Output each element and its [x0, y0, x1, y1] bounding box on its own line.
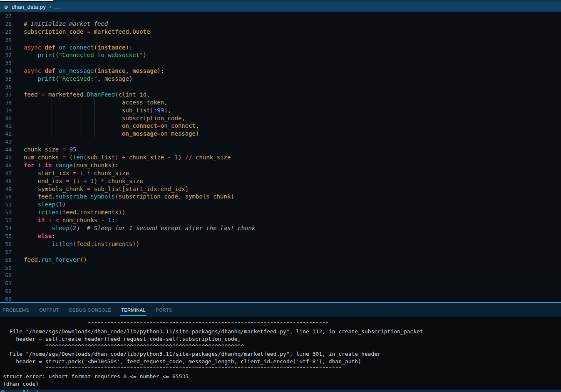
code-text[interactable]: subscription_code = marketfeed.Quote: [24, 28, 150, 35]
line-number[interactable]: 51: [0, 201, 12, 209]
line-number[interactable]: 61: [0, 280, 12, 288]
line-number[interactable]: 32: [0, 52, 12, 60]
line-number[interactable]: 27: [0, 12, 12, 20]
code-text[interactable]: feed.run_forever(): [24, 256, 87, 263]
code-line[interactable]: 32 print("Connected to websocket"): [0, 51, 561, 59]
panel-tab-ports[interactable]: PORTS: [156, 303, 172, 317]
panel-tab-debug-console[interactable]: DEBUG CONSOLE: [69, 303, 111, 317]
code-line[interactable]: 35 print("Received:", message): [0, 75, 561, 83]
code-line[interactable]: 34async def on_message(instance, message…: [0, 67, 561, 75]
line-number[interactable]: 44: [0, 146, 12, 154]
code-text[interactable]: print("Received:", message): [24, 75, 132, 82]
code-line[interactable]: 51 sleep(1): [0, 201, 561, 208]
code-text[interactable]: subscription_code,: [24, 115, 185, 122]
line-number[interactable]: 58: [0, 256, 12, 264]
line-number[interactable]: 40: [0, 115, 12, 123]
code-line[interactable]: 27: [0, 12, 561, 20]
code-line[interactable]: 56 ic(len(feed.instruments)): [0, 240, 561, 248]
line-number[interactable]: 43: [0, 138, 12, 146]
panel-tab-terminal[interactable]: TERMINAL: [121, 303, 146, 317]
code-text[interactable]: if i < num_chunks - 1:: [24, 217, 115, 223]
line-number[interactable]: 35: [0, 75, 12, 83]
code-text[interactable]: print("Connected to websocket"): [24, 52, 146, 58]
line-number[interactable]: 57: [0, 248, 12, 256]
code-line[interactable]: 54 sleep(2) # Sleep for 1 second except …: [0, 224, 561, 232]
code-line[interactable]: 58feed.run_forever(): [0, 256, 561, 264]
line-number[interactable]: 29: [0, 28, 12, 36]
code-text[interactable]: start_idx = i * chunk_size: [24, 170, 129, 176]
line-number[interactable]: 63: [0, 295, 12, 303]
code-text[interactable]: num_chunks = (len(sub_list) + chunk_size…: [24, 154, 231, 161]
code-line[interactable]: 47 start_idx = i * chunk_size: [0, 169, 561, 177]
line-number[interactable]: 60: [0, 272, 12, 280]
code-line[interactable]: 28# Initialize market feed: [0, 20, 561, 28]
code-line[interactable]: 44chunk_size = 95: [0, 146, 561, 154]
line-number[interactable]: 50: [0, 193, 12, 201]
code-line[interactable]: 48 end_idx = (i + 1) * chunk_size: [0, 177, 561, 185]
code-line[interactable]: 45num_chunks = (len(sub_list) + chunk_si…: [0, 154, 561, 161]
line-number[interactable]: 33: [0, 60, 12, 67]
code-text[interactable]: access_token,: [24, 99, 168, 106]
code-text[interactable]: symbols_chunk = sub_list[start_idx:end_i…: [24, 186, 189, 192]
code-line[interactable]: 59: [0, 264, 561, 272]
code-line[interactable]: 39 sub_list[:99],: [0, 107, 561, 114]
terminal-output[interactable]: ^^^^^^^^^^^^^^^^^^^^^^^^^^^^^^^^^^^^^^^^…: [0, 317, 561, 388]
code-text[interactable]: end_idx = (i + 1) * chunk_size: [24, 178, 143, 184]
code-text[interactable]: on_message=on_message): [24, 130, 199, 137]
code-line[interactable]: 29subscription_code = marketfeed.Quote: [0, 28, 561, 36]
line-number[interactable]: 45: [0, 154, 12, 162]
code-line[interactable]: 50 feed.subscribe_symbols(subscription_c…: [0, 193, 561, 201]
line-number[interactable]: 55: [0, 233, 12, 241]
code-text[interactable]: sub_list[:99],: [24, 107, 171, 114]
terminal-pane[interactable]: ^^^^^^^^^^^^^^^^^^^^^^^^^^^^^^^^^^^^^^^^…: [0, 317, 561, 390]
code-line[interactable]: 40 subscription_code,: [0, 114, 561, 122]
line-number[interactable]: 42: [0, 130, 12, 138]
code-line[interactable]: 62: [0, 287, 561, 295]
line-number[interactable]: 48: [0, 178, 12, 186]
code-line[interactable]: 63: [0, 295, 561, 303]
code-text[interactable]: on_connect=on_connect,: [24, 122, 199, 129]
line-number[interactable]: 41: [0, 122, 12, 130]
breadcrumb-file[interactable]: dhan_data.py: [12, 4, 46, 10]
line-number[interactable]: 39: [0, 107, 12, 115]
code-line[interactable]: 36: [0, 83, 561, 91]
line-number[interactable]: 46: [0, 162, 12, 170]
code-line[interactable]: 42 on_message=on_message): [0, 130, 561, 138]
code-text[interactable]: async def on_message(instance, message):: [24, 67, 164, 74]
code-line[interactable]: 46for i in range(num_chunks):: [0, 161, 561, 169]
code-line[interactable]: 41 on_connect=on_connect,: [0, 122, 561, 130]
line-number[interactable]: 54: [0, 225, 12, 233]
code-line[interactable]: 38 access_token,: [0, 99, 561, 107]
code-line[interactable]: 55 else:: [0, 232, 561, 240]
code-text[interactable]: chunk_size = 95: [24, 146, 76, 153]
panel-tab-output[interactable]: OUTPUT: [39, 303, 59, 317]
panel-tab-problems[interactable]: PROBLEMS: [2, 303, 29, 317]
line-number[interactable]: 34: [0, 67, 12, 75]
line-number[interactable]: 31: [0, 44, 12, 52]
code-text[interactable]: ic(len(feed.instruments)): [24, 241, 139, 247]
code-text[interactable]: sleep(2) # Sleep for 1 second except aft…: [24, 225, 255, 231]
code-line[interactable]: 33: [0, 59, 561, 67]
code-line[interactable]: 31async def on_connect(instance):: [0, 44, 561, 52]
breadcrumb-more[interactable]: ...: [54, 4, 60, 10]
line-number[interactable]: 38: [0, 99, 12, 107]
code-text[interactable]: async def on_connect(instance):: [24, 44, 132, 51]
line-number[interactable]: 53: [0, 217, 12, 225]
line-number[interactable]: 62: [0, 288, 12, 295]
code-editor[interactable]: 2728# Initialize market feed29subscripti…: [0, 12, 561, 303]
code-line[interactable]: 43: [0, 138, 561, 146]
code-text[interactable]: else:: [24, 233, 55, 239]
code-line[interactable]: 30: [0, 36, 561, 44]
code-text[interactable]: sleep(1): [24, 201, 66, 208]
line-number[interactable]: 56: [0, 241, 12, 248]
code-text[interactable]: # Initialize market feed: [24, 20, 108, 27]
line-number[interactable]: 36: [0, 83, 12, 91]
code-line[interactable]: 53 if i < num_chunks - 1:: [0, 216, 561, 224]
line-number[interactable]: 37: [0, 91, 12, 99]
code-line[interactable]: 49 symbols_chunk = sub_list[start_idx:en…: [0, 185, 561, 193]
code-line[interactable]: 61: [0, 279, 561, 287]
code-line[interactable]: 37feed = marketfeed.DhanFeed(clint_id,: [0, 91, 561, 99]
line-number[interactable]: 47: [0, 170, 12, 178]
line-number[interactable]: 52: [0, 209, 12, 217]
line-number[interactable]: 59: [0, 264, 12, 272]
